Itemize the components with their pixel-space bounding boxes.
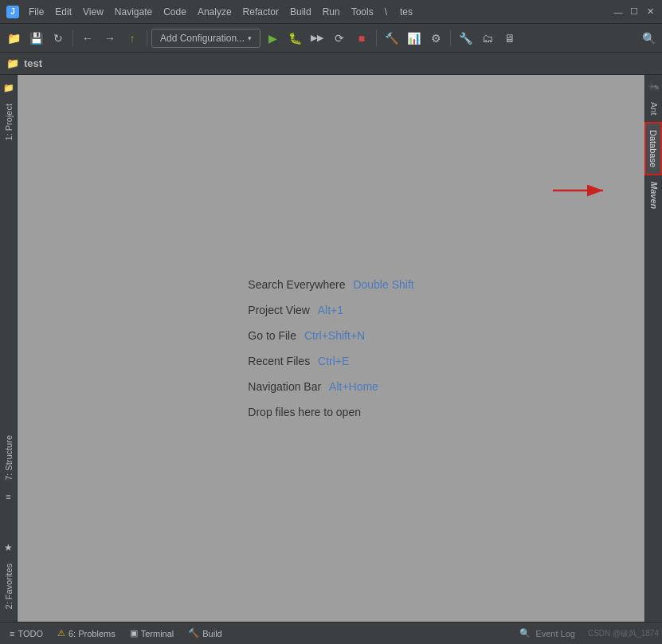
title-bar: J File Edit View Navigate Code Analyze R… (0, 0, 662, 24)
warning-icon: ⚠ (57, 628, 65, 638)
new-window-button[interactable]: 🖥 (499, 28, 520, 49)
welcome-line-4: Recent Files Ctrl+E (248, 355, 413, 367)
main-container: 📁 1: Project 7: Structure ≡ ★ 2: Favorit… (0, 75, 662, 622)
project-view-shortcut: Alt+1 (318, 304, 343, 316)
search-everywhere-label: Search Everywhere (248, 278, 345, 291)
welcome-line-6: Drop files here to open (248, 406, 413, 418)
stop-button[interactable]: ■ (351, 28, 372, 49)
build-menu-button[interactable]: 🔨 (381, 28, 402, 49)
right-sidebar: 🐜 Ant Database Maven (644, 75, 662, 622)
save-all-button[interactable]: 💾 (25, 28, 46, 49)
todo-icon: ≡ (10, 629, 14, 638)
sync-button[interactable]: ↻ (48, 28, 69, 49)
bottom-bar: ≡ TODO ⚠ 6: Problems ▣ Terminal 🔨 Build … (0, 622, 662, 644)
profile-button[interactable]: ⟳ (329, 28, 350, 49)
terminal-tab[interactable]: ▣ Terminal (123, 625, 181, 642)
run-button[interactable]: ▶ (262, 28, 283, 49)
menu-bar: File Edit View Navigate Code Analyze Ref… (24, 5, 613, 19)
welcome-line-5: Navigation Bar Alt+Home (248, 380, 413, 393)
build-tab[interactable]: 🔨 Build (182, 625, 228, 642)
open-serial-button[interactable]: 📊 (403, 28, 424, 49)
navigation-bar-label: Navigation Bar (248, 380, 321, 393)
todo-tab[interactable]: ≡ TODO (3, 625, 49, 642)
search-everywhere-shortcut: Double Shift (353, 278, 413, 291)
project-label-bar: 📁 test (0, 53, 662, 75)
menu-run[interactable]: Run (318, 5, 345, 19)
sidebar-item-maven[interactable]: Maven (647, 175, 661, 215)
project-view-label: Project View (248, 304, 310, 316)
favorites-star-icon[interactable]: ★ (2, 541, 15, 554)
sidebar-item-project[interactable]: 1: Project (2, 97, 16, 147)
project-tab-icon[interactable]: 📁 (2, 81, 15, 94)
menu-build[interactable]: Build (285, 5, 316, 19)
go-to-file-shortcut: Ctrl+Shift+N (304, 329, 365, 342)
toolbar-sep-1 (72, 30, 73, 46)
project-folder-icon: 📁 (6, 57, 19, 69)
menu-analyze[interactable]: Analyze (193, 5, 237, 19)
navigation-bar-shortcut: Alt+Home (329, 380, 378, 393)
coverage-button[interactable]: ▶▶ (307, 28, 327, 49)
config-btn-label: Add Configuration... (160, 33, 245, 44)
go-to-file-label: Go to File (248, 329, 296, 342)
maximize-button[interactable]: ☐ (629, 6, 640, 18)
menu-file[interactable]: File (24, 5, 49, 19)
terminal-label: Terminal (141, 629, 174, 638)
forward-button[interactable]: → (100, 28, 120, 49)
close-button[interactable]: ✕ (644, 6, 656, 18)
build-label: Build (202, 629, 221, 638)
menu-tools[interactable]: Tools (347, 5, 378, 19)
project-name: test (24, 57, 42, 69)
debug-button[interactable]: 🐛 (284, 28, 305, 49)
structure-icon[interactable]: ≡ (2, 490, 15, 503)
sidebar-item-favorites[interactable]: 2: Favorites (2, 557, 16, 615)
menu-view[interactable]: View (78, 5, 108, 19)
event-log-label[interactable]: Event Log (535, 629, 575, 638)
menu-edit[interactable]: Edit (50, 5, 76, 19)
open-file-button[interactable]: 📁 (3, 28, 24, 49)
project-structure-button[interactable]: 🗂 (477, 28, 498, 49)
ant-icon[interactable]: 🐜 (648, 80, 660, 92)
toolbar-sep-3 (376, 30, 377, 46)
drop-files-label: Drop files here to open (248, 406, 361, 418)
menu-refactor[interactable]: Refactor (238, 5, 284, 19)
toolbar-sep-2 (147, 30, 147, 46)
recent-files-shortcut: Ctrl+E (318, 355, 349, 367)
terminal-icon: ▣ (130, 628, 138, 638)
back-button[interactable]: ← (77, 28, 98, 49)
menu-navigate[interactable]: Navigate (110, 5, 157, 19)
welcome-panel: Search Everywhere Double Shift Project V… (232, 262, 429, 434)
recent-files-label: Recent Files (248, 355, 310, 367)
sidebar-item-structure[interactable]: 7: Structure (2, 429, 16, 487)
settings-button[interactable]: 🔧 (455, 28, 476, 49)
app-icon: J (6, 6, 19, 18)
csdn-watermark: CSDN @破风_1874 (588, 628, 659, 639)
window-title: tes (400, 6, 413, 18)
problems-tab[interactable]: ⚠ 6: Problems (51, 625, 122, 642)
sidebar-item-database[interactable]: Database (644, 122, 662, 175)
extra-button[interactable]: ⚙ (425, 28, 446, 49)
sidebar-item-ant[interactable]: Ant (647, 96, 661, 122)
build-icon: 🔨 (188, 628, 199, 638)
toolbar: 📁 💾 ↻ ← → ↑ Add Configuration... ▾ ▶ 🐛 ▶… (0, 24, 662, 53)
chevron-down-icon: ▾ (248, 34, 252, 42)
menu-code[interactable]: Code (159, 5, 191, 19)
window-controls: — ☐ ✕ (613, 6, 656, 18)
welcome-line-1: Search Everywhere Double Shift (248, 278, 413, 291)
toolbar-sep-4 (450, 30, 451, 46)
add-configuration-button[interactable]: Add Configuration... ▾ (151, 29, 260, 48)
editor-area[interactable]: Search Everywhere Double Shift Project V… (18, 75, 644, 622)
problems-label: 6: Problems (69, 629, 116, 638)
event-log-icon: 🔍 (519, 628, 531, 638)
todo-label: TODO (18, 629, 43, 638)
welcome-line-3: Go to File Ctrl+Shift+N (248, 329, 413, 342)
search-everywhere-button[interactable]: 🔍 (638, 28, 659, 49)
annotation-arrow (549, 171, 613, 213)
up-button[interactable]: ↑ (122, 28, 143, 49)
bottom-right: 🔍 Event Log CSDN @破风_1874 (519, 628, 659, 639)
minimize-button[interactable]: — (613, 6, 624, 18)
menu-separator: \ (380, 5, 392, 19)
welcome-line-2: Project View Alt+1 (248, 304, 413, 316)
left-sidebar: 📁 1: Project 7: Structure ≡ ★ 2: Favorit… (0, 75, 18, 622)
